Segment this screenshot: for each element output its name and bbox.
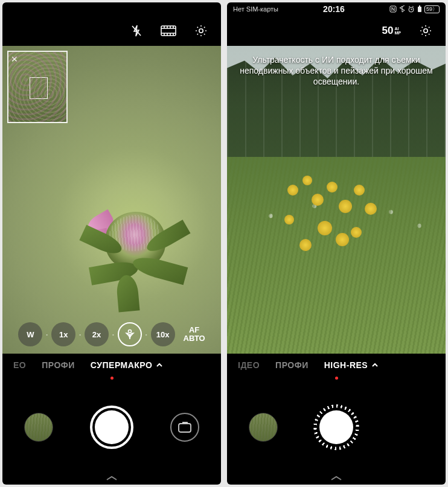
settings-gear-icon[interactable]	[419, 24, 432, 37]
shutter-bar-left	[2, 383, 221, 471]
af-auto-label[interactable]: AF АВТО	[184, 326, 205, 343]
svg-point-12	[199, 29, 203, 33]
resolution-50mp-button[interactable]: 50 AIMP	[382, 25, 401, 37]
flash-off-icon[interactable]	[130, 24, 142, 37]
filmstrip-icon[interactable]	[161, 25, 176, 36]
mode-bar-left[interactable]: ЕО ПРОФИ СУПЕРМАКРО	[2, 354, 221, 377]
battery-level: 59〉	[424, 5, 440, 13]
shutter-bar-right	[227, 383, 446, 471]
battery-saver-icon	[417, 5, 422, 13]
status-time: 20:16	[323, 4, 345, 14]
mode-video-cut[interactable]: ІДЕО	[238, 360, 260, 370]
top-controls-left	[2, 16, 221, 46]
mode-video-cut[interactable]: ЕО	[13, 360, 26, 370]
svg-point-13	[128, 330, 131, 333]
gallery-thumbnail[interactable]	[24, 413, 53, 442]
switch-camera-button[interactable]	[170, 413, 199, 442]
settings-gear-icon[interactable]	[194, 24, 208, 37]
drawer-handle[interactable]	[227, 471, 446, 485]
zoom-2x-button[interactable]: 2x	[85, 322, 109, 346]
mode-indicator-dot	[227, 377, 446, 383]
phone-right-highres: Нет SIM-карты 20:16 59〉 50 AIMP	[227, 2, 446, 485]
phone-left-supermacro: ✕ W • 1x • 2x • • 10x AF АВ	[2, 2, 221, 485]
statusbar-right: Нет SIM-карты 20:16 59〉	[227, 2, 446, 16]
inset-crop-frame	[30, 77, 48, 99]
svg-rect-14	[179, 424, 191, 432]
viewfinder-left[interactable]: ✕ W • 1x • 2x • • 10x AF АВ	[2, 46, 221, 354]
gallery-thumbnail[interactable]	[249, 413, 278, 442]
mode-pro[interactable]: ПРОФИ	[42, 360, 75, 370]
shutter-button[interactable]	[313, 404, 359, 450]
status-sim: Нет SIM-карты	[233, 5, 278, 13]
mode-highres-active[interactable]: HIGH-RES	[324, 360, 379, 370]
svg-rect-17	[418, 7, 421, 12]
close-inset-icon[interactable]: ✕	[11, 54, 18, 64]
svg-point-19	[424, 29, 427, 33]
chevron-up-icon	[371, 361, 379, 369]
nfc-icon	[389, 5, 397, 13]
bluetooth-icon	[399, 5, 405, 13]
mode-indicator-dot	[2, 377, 221, 383]
mode-tip-text: Ультрачеткость с ИИ подходит для съемки …	[239, 54, 434, 87]
top-controls-right: 50 AIMP	[227, 16, 446, 46]
subject-flower	[81, 197, 184, 287]
zoom-macro-button[interactable]	[118, 322, 142, 346]
zoom-strip: W • 1x • 2x • • 10x AF АВТО	[2, 322, 221, 346]
status-icons: 59〉	[389, 5, 440, 13]
drawer-handle[interactable]	[2, 471, 221, 485]
viewfinder-right[interactable]: Ультрачеткость с ИИ подходит для съемки …	[227, 46, 446, 354]
mode-bar-right[interactable]: ІДЕО ПРОФИ HIGH-RES	[227, 354, 446, 377]
shutter-button[interactable]	[90, 406, 133, 449]
zoom-10x-button[interactable]: 10x	[151, 322, 175, 346]
mode-pro[interactable]: ПРОФИ	[275, 360, 309, 370]
zoom-wide-button[interactable]: W	[18, 322, 42, 346]
alarm-icon	[408, 5, 415, 13]
chevron-up-icon	[156, 361, 163, 369]
statusbar-left	[2, 2, 221, 16]
zoom-1x-button[interactable]: 1x	[51, 322, 75, 346]
svg-rect-18	[419, 5, 420, 7]
mode-supermacro-active[interactable]: СУПЕРМАКРО	[91, 360, 164, 370]
macro-overview-inset[interactable]: ✕	[7, 51, 68, 123]
